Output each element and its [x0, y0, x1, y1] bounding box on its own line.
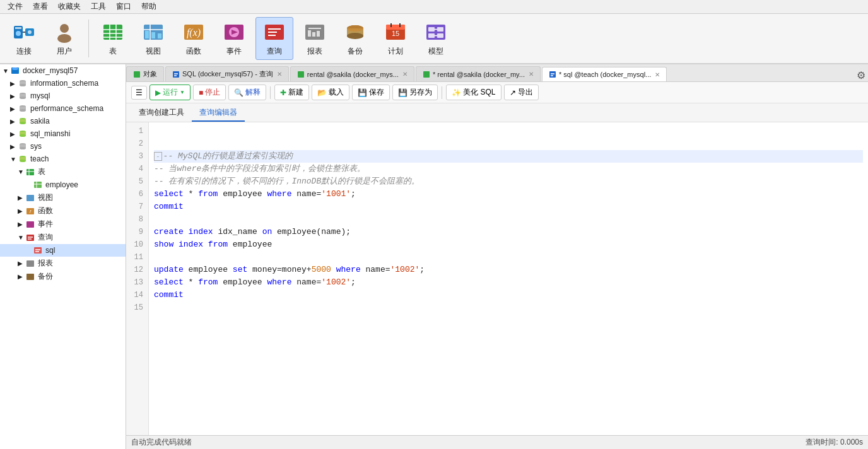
sidebar-backups-group[interactable]: ▶ 备份: [0, 270, 126, 283]
run-dropdown-icon: ▼: [180, 90, 185, 95]
new-label: 新建: [288, 87, 303, 98]
functions-label: 函数: [38, 206, 53, 216]
toolbar-event-btn[interactable]: 事件: [215, 17, 253, 60]
code-line-4: -- 当where条件中的字段没有加索引时，会锁住整张表。: [154, 163, 863, 175]
code-line: [154, 137, 863, 150]
line-num: 13: [131, 276, 143, 289]
db-schema-icon: [18, 154, 28, 164]
line-num: 15: [131, 301, 143, 314]
table-label: 表: [109, 46, 117, 57]
tab-close-btn[interactable]: ✕: [529, 71, 534, 78]
sidebar-db-mysql[interactable]: ▶ mysql: [0, 90, 126, 102]
code-line-9: create index idx_name on employee(name);: [154, 226, 863, 238]
svg-point-5: [28, 30, 32, 34]
tab-object[interactable]: 对象: [126, 66, 164, 81]
expand-arrow: ▶: [10, 105, 16, 112]
code-line-7: commit: [154, 201, 863, 213]
db-name: sql_mianshi: [30, 129, 70, 138]
svg-rect-95: [298, 71, 304, 78]
sidebar-views-group[interactable]: ▶ 视图: [0, 191, 126, 204]
tab-rental-sakila2[interactable]: * rental @sakila (docker_my... ✕: [416, 66, 541, 81]
toolbar-connect-btn[interactable]: 连接: [5, 17, 43, 60]
line-num: 7: [131, 201, 143, 213]
toolbar-func-btn[interactable]: f(x) 函数: [175, 17, 213, 60]
menu-tools[interactable]: 工具: [86, 0, 111, 13]
views-label: 视图: [38, 192, 53, 203]
menu-favorites[interactable]: 收藏夹: [53, 0, 86, 13]
sidebar-db-performance-schema[interactable]: ▶ performance_schema: [0, 102, 126, 115]
query-item-icon: [33, 245, 43, 255]
code-line-12: update employee set money=money+5000 whe…: [154, 264, 863, 276]
toolbar-report-btn[interactable]: 报表: [296, 17, 334, 60]
line-num: 3: [131, 150, 143, 163]
db-name: teach: [30, 155, 49, 163]
toolbar-user-btn[interactable]: 用户: [45, 17, 83, 60]
sidebar-table-employee[interactable]: ▶ employee: [0, 178, 126, 191]
sidebar-connection[interactable]: ▼ docker_mysql57: [0, 64, 126, 77]
sidebar-db-sql-mianshi[interactable]: ▶ sql_mianshi: [0, 127, 126, 140]
expand-arrow: ▼: [10, 156, 16, 163]
connect-icon: [13, 21, 35, 44]
sidebar-queries-group[interactable]: ▼ 查询: [0, 231, 126, 244]
menu-view[interactable]: 查看: [28, 0, 53, 13]
tab-label: rental @sakila (docker_mys...: [307, 71, 399, 78]
toolbar-table-btn[interactable]: 表: [94, 17, 132, 60]
toolbar-divider: [442, 86, 442, 99]
tab-sql-docker[interactable]: SQL (docker_mysql57) - 查询 ✕: [165, 66, 289, 81]
save-btn[interactable]: 💾 保存: [352, 85, 390, 100]
sidebar-db-sakila[interactable]: ▶ sakila: [0, 115, 126, 127]
toolbar-view-btn[interactable]: 视图: [134, 17, 172, 60]
object-tab-icon: [133, 71, 141, 78]
menu-help[interactable]: 帮助: [136, 0, 161, 13]
table-tab-icon: [423, 71, 430, 78]
run-btn[interactable]: ▶ 运行 ▼: [150, 85, 191, 100]
connect-label: 连接: [16, 46, 32, 57]
export-label: 导出: [518, 87, 533, 98]
sub-tab-builder[interactable]: 查询创建工具: [131, 105, 192, 122]
sidebar-functions-group[interactable]: ▶ f 函数: [0, 204, 126, 218]
beautify-btn[interactable]: ✨ 美化 SQL: [446, 85, 501, 100]
tab-settings-btn[interactable]: ⚙: [857, 69, 865, 81]
sidebar-db-information-schema[interactable]: ▶ information_schema: [0, 77, 126, 90]
svg-rect-1: [15, 27, 21, 29]
toolbar-model-btn[interactable]: 模型: [417, 17, 455, 60]
toolbar-schedule-btn[interactable]: 15 计划: [377, 17, 414, 60]
stop-btn[interactable]: ■ 停止: [193, 85, 226, 100]
table-item-icon: [33, 180, 43, 190]
tab-close-btn[interactable]: ✕: [402, 71, 408, 78]
line-num: 11: [131, 251, 143, 264]
tab-close-btn[interactable]: ✕: [655, 71, 660, 78]
menu-btn[interactable]: ☰: [131, 86, 147, 100]
sidebar-query-sql[interactable]: ▶ sql: [0, 244, 126, 257]
svg-rect-44: [428, 27, 435, 32]
db-name: information_schema: [30, 79, 98, 88]
run-icon: ▶: [155, 88, 161, 97]
tab-close-btn[interactable]: ✕: [277, 71, 282, 78]
event-label: 事件: [226, 46, 242, 57]
svg-rect-17: [145, 31, 149, 38]
sidebar-db-teach[interactable]: ▼ teach: [0, 153, 126, 165]
toolbar-backup-btn[interactable]: 备份: [336, 17, 374, 60]
sidebar-reports-group[interactable]: ▶ 报表: [0, 257, 126, 270]
sidebar-events-group[interactable]: ▶ 事件: [0, 218, 126, 231]
svg-rect-97: [549, 71, 556, 78]
toolbar-query-btn[interactable]: 查询: [255, 17, 293, 60]
code-content[interactable]: --- MySQL的行锁是通过索引实现的 -- 当where条件中的字段没有加索…: [149, 122, 868, 435]
menu-file[interactable]: 文件: [3, 0, 28, 13]
tab-sql-teach[interactable]: * sql @teach (docker_mysql... ✕: [542, 67, 667, 82]
export-btn[interactable]: ↗ 导出: [504, 85, 539, 100]
line-num: 5: [131, 175, 143, 188]
explain-btn[interactable]: 🔍 解释: [228, 85, 266, 100]
sidebar-tables-group[interactable]: ▼ 表: [0, 165, 126, 178]
menu-window[interactable]: 窗口: [111, 0, 136, 13]
load-btn[interactable]: 📂 载入: [312, 85, 349, 100]
svg-rect-46: [428, 33, 435, 38]
tab-rental-sakila1[interactable]: rental @sakila (docker_mys... ✕: [290, 66, 414, 81]
sub-tab-editor[interactable]: 查询编辑器: [192, 105, 245, 122]
func-icon: f(x): [182, 21, 205, 44]
save-as-btn[interactable]: 💾 另存为: [392, 85, 438, 100]
code-editor[interactable]: 1 2 3 4 5 6 7 8 9 10 11 12 13 14 15 --- …: [126, 122, 868, 435]
db-schema-icon: [18, 116, 28, 126]
sidebar-db-sys[interactable]: ▶ sys: [0, 140, 126, 153]
new-btn[interactable]: ✚ 新建: [274, 85, 309, 100]
